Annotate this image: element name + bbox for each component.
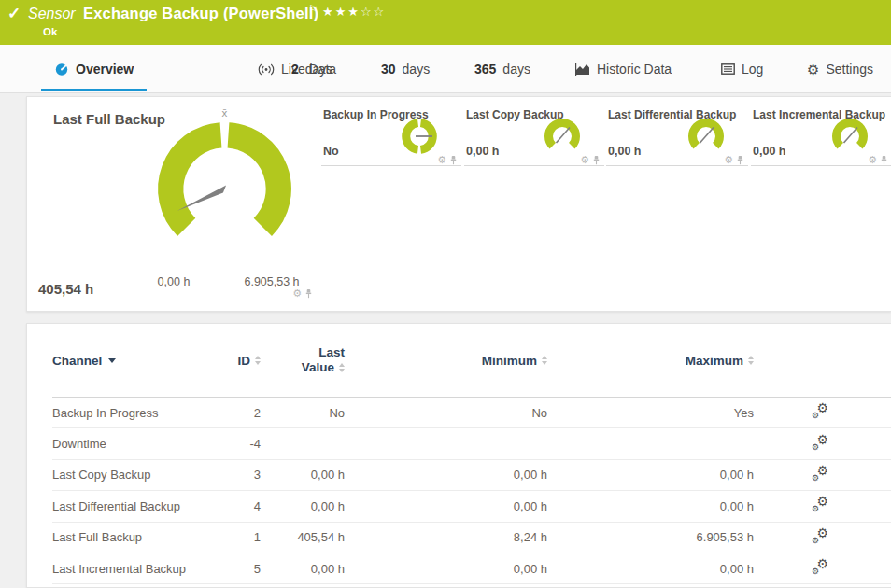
table-row: Last Copy Backup 3 0,00 h 0,00 h 0,00 h … xyxy=(52,460,891,491)
column-header-id[interactable]: ID xyxy=(221,354,261,368)
channel-settings-icon[interactable]: ⚙⚙ xyxy=(812,528,828,544)
tab-2-days-number: 2 xyxy=(291,62,299,77)
pin-icon[interactable] xyxy=(592,155,601,165)
gauge-current-value: 405,54 h xyxy=(38,281,93,297)
column-header-channel-label: Channel xyxy=(52,354,102,368)
gauge-needle xyxy=(844,128,858,144)
cell-channel: Last Copy Backup xyxy=(52,468,221,482)
priority-stars[interactable]: ★★★☆☆ xyxy=(322,5,386,19)
pin-icon[interactable] xyxy=(449,155,458,165)
cell-minimum: 0,00 h xyxy=(345,468,547,482)
tab-log[interactable]: Log xyxy=(721,59,763,79)
column-header-minimum[interactable]: Minimum xyxy=(345,354,547,368)
tab-365-days-number: 365 xyxy=(474,62,496,77)
column-header-maximum-label: Maximum xyxy=(686,354,743,368)
tab-historic-data[interactable]: Historic Data xyxy=(575,59,672,79)
column-header-id-label: ID xyxy=(238,354,251,368)
tile-corner-icons: ⚙ xyxy=(868,155,888,165)
channel-settings-icon[interactable]: ⚙⚙ xyxy=(812,435,828,451)
pin-icon[interactable] xyxy=(880,155,888,165)
cell-channel: Downtime xyxy=(52,437,221,451)
pin-icon[interactable] xyxy=(736,155,744,165)
tab-30-days-label: days xyxy=(403,62,431,77)
tab-settings-label: Settings xyxy=(826,62,873,77)
cell-id: 5 xyxy=(221,562,261,576)
status-ok-check-icon: ✓ xyxy=(7,4,21,23)
sensor-header-bar: ✓ Sensor Exchange Backup (PowerShell) ⚐ … xyxy=(0,0,891,45)
cell-channel: Last Incremental Backup xyxy=(52,562,221,576)
tab-30-days[interactable]: 30 days xyxy=(381,59,430,79)
tab-log-label: Log xyxy=(742,62,763,77)
log-list-icon xyxy=(721,63,735,75)
cell-maximum: 0,00 h xyxy=(547,468,754,482)
tab-settings[interactable]: ⚙ Settings xyxy=(807,59,873,79)
last-differential-backup-gauge xyxy=(685,116,728,157)
tab-2-days[interactable]: 2 days xyxy=(291,59,332,79)
column-header-value-label: Value xyxy=(302,360,334,375)
channel-settings-icon[interactable]: ⚙⚙ xyxy=(812,559,828,575)
column-header-last-label: Last xyxy=(318,345,345,359)
column-header-maximum[interactable]: Maximum xyxy=(547,354,754,368)
cell-maximum: 0,00 h xyxy=(547,499,754,513)
gauge-tile-last-copy-backup: Last Copy Backup 0,00 h ⚙ xyxy=(464,101,604,166)
channel-settings-gear-icon[interactable]: ⚙ xyxy=(292,288,302,299)
cell-id: -4 xyxy=(221,437,261,451)
table-row: Backup In Progress 2 No No Yes ⚙⚙ xyxy=(52,398,891,428)
channel-settings-gear-icon[interactable]: ⚙ xyxy=(580,155,589,165)
tab-bar: Overview Live Data 2 days 30 days 365 da… xyxy=(0,45,891,93)
tab-overview[interactable]: Overview xyxy=(54,59,134,79)
priority-flag-icon: ⚐ xyxy=(308,3,318,16)
table-header-row: Channel ID Last Value Minimum Maximum xyxy=(52,324,891,398)
gauge-needle xyxy=(700,128,714,144)
tab-365-days-label: days xyxy=(502,62,530,77)
stars-empty[interactable]: ☆☆ xyxy=(361,5,386,19)
table-row: Last Incremental Backup 5 0,00 h 0,00 h … xyxy=(52,553,891,584)
cell-channel: Backup In Progress xyxy=(52,406,221,420)
cell-id: 2 xyxy=(221,406,261,420)
tab-historic-data-label: Historic Data xyxy=(597,62,672,77)
cell-id: 3 xyxy=(221,468,261,482)
overview-gauges-panel: Last Full Backup x̄ 0,00 h 6.905,53 h 40… xyxy=(26,96,891,312)
last-full-backup-gauge: x̄ xyxy=(136,103,313,258)
gauge-needle xyxy=(557,128,571,144)
channel-settings-icon[interactable]: ⚙⚙ xyxy=(812,466,828,482)
table-row: Last Full Backup 1 405,54 h 8,24 h 6.905… xyxy=(52,523,891,553)
gauge-current-value: No xyxy=(323,145,339,158)
channel-settings-icon[interactable]: ⚙⚙ xyxy=(812,403,828,419)
channel-table-panel: Channel ID Last Value Minimum Maximum xyxy=(26,323,891,588)
gauge-max-label: 6.905,53 h xyxy=(230,275,314,288)
column-header-minimum-label: Minimum xyxy=(482,354,537,368)
area-chart-icon xyxy=(575,63,590,76)
pin-icon[interactable] xyxy=(304,288,313,299)
cell-maximum: Yes xyxy=(547,406,754,420)
average-marker-icon: x̄ xyxy=(222,107,228,119)
backup-in-progress-gauge xyxy=(398,116,441,157)
tab-365-days[interactable]: 365 days xyxy=(474,59,530,79)
column-header-last-value[interactable]: Last Value xyxy=(261,345,345,375)
gauge-current-value: 0,00 h xyxy=(466,145,499,158)
channel-settings-gear-icon[interactable]: ⚙ xyxy=(868,155,877,165)
column-header-channel[interactable]: Channel xyxy=(52,354,221,368)
cell-minimum: 8,24 h xyxy=(345,530,547,544)
gauge-tile-last-differential-backup: Last Differential Backup 0,00 h ⚙ xyxy=(606,101,748,166)
cell-last-value: 0,00 h xyxy=(261,562,345,576)
last-copy-backup-gauge xyxy=(541,116,584,157)
gauge-current-value: 0,00 h xyxy=(608,145,641,158)
channel-table: Channel ID Last Value Minimum Maximum xyxy=(52,324,891,584)
channel-settings-gear-icon[interactable]: ⚙ xyxy=(724,155,733,165)
gauge-icon xyxy=(54,62,69,77)
channel-settings-gear-icon[interactable]: ⚙ xyxy=(437,155,446,165)
sorted-desc-icon xyxy=(108,358,116,363)
sort-arrows-icon xyxy=(748,356,754,365)
channel-settings-icon[interactable]: ⚙⚙ xyxy=(812,497,828,512)
gauge-current-value: 0,00 h xyxy=(753,145,785,158)
tile-corner-icons: ⚙ xyxy=(437,155,458,165)
cell-last-value: 0,00 h xyxy=(261,468,345,482)
tile-corner-icons: ⚙ xyxy=(724,155,744,165)
cell-minimum: No xyxy=(345,406,547,420)
active-tab-underline xyxy=(41,89,147,91)
cell-minimum: 0,00 h xyxy=(345,562,547,576)
stars-filled[interactable]: ★★★ xyxy=(322,5,361,19)
last-incremental-backup-gauge xyxy=(828,116,871,157)
sensor-status-text: Ok xyxy=(43,26,57,37)
